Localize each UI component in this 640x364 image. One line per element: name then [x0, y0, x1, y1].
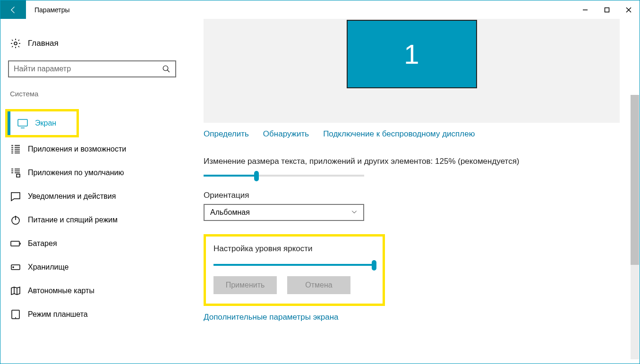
arrow-left-icon — [9, 5, 18, 15]
sidebar-item-battery[interactable]: Батарея — [0, 232, 184, 255]
sidebar-item-maps[interactable]: Автономные карты — [0, 279, 184, 303]
home-nav[interactable]: Главная — [0, 33, 184, 54]
orientation-value: Альбомная — [210, 208, 250, 217]
monitor-number: 1 — [404, 38, 419, 70]
sidebar-item-label: Питание и спящий режим — [28, 216, 118, 224]
svg-point-8 — [13, 267, 14, 268]
slider-thumb[interactable] — [372, 260, 376, 271]
highlight-annotation: Экран — [5, 109, 79, 137]
sidebar-item-label: Хранилище — [28, 263, 68, 271]
display-icon — [17, 118, 28, 129]
tablet-icon — [10, 309, 21, 320]
sidebar-item-apps[interactable]: Приложения и возможности — [0, 137, 184, 161]
sidebar-item-label: Экран — [35, 119, 56, 127]
default-apps-icon — [10, 167, 21, 178]
sidebar-item-storage[interactable]: Хранилище — [0, 255, 184, 279]
svg-point-1 — [14, 42, 17, 45]
highlight-annotation-brightness: Настройка уровня яркости Применить Отмен… — [204, 234, 385, 306]
home-label: Главная — [28, 39, 59, 48]
scrollbar-thumb[interactable] — [631, 95, 639, 265]
wireless-display-link[interactable]: Подключение к беспроводному дисплею — [323, 129, 475, 139]
sidebar-item-notifications[interactable]: Уведомления и действия — [0, 185, 184, 208]
minimize-icon — [582, 7, 588, 13]
back-button[interactable] — [0, 0, 26, 19]
detect-link[interactable]: Обнаружить — [263, 129, 309, 139]
sidebar-item-label: Режим планшета — [28, 310, 88, 319]
sidebar-item-label: Уведомления и действия — [28, 192, 116, 201]
advanced-display-link[interactable]: Дополнительные параметры экрана — [204, 313, 620, 322]
orientation-dropdown[interactable]: Альбомная — [204, 204, 364, 221]
cancel-button[interactable]: Отмена — [287, 276, 350, 294]
sidebar-item-default-apps[interactable]: Приложения по умолчанию — [0, 161, 184, 185]
search-box[interactable] — [8, 60, 176, 77]
monitor-1[interactable]: 1 — [347, 20, 477, 88]
titlebar: Параметры — [0, 0, 640, 19]
sidebar-item-label: Батарея — [28, 239, 57, 248]
brightness-slider[interactable] — [213, 264, 374, 266]
slider-thumb[interactable] — [254, 171, 259, 181]
identify-link[interactable]: Определить — [204, 129, 249, 139]
scrollbar[interactable] — [631, 95, 639, 359]
close-button[interactable] — [618, 2, 640, 17]
sidebar-item-power[interactable]: Питание и спящий режим — [0, 208, 184, 232]
svg-rect-0 — [605, 8, 609, 12]
search-input[interactable] — [14, 65, 158, 73]
sidebar-item-label: Приложения и возможности — [28, 145, 126, 153]
battery-icon — [10, 238, 21, 249]
orientation-label: Ориентация — [204, 191, 620, 200]
svg-rect-3 — [18, 119, 27, 126]
brightness-label: Настройка уровня яркости — [213, 244, 373, 254]
chevron-down-icon — [351, 209, 358, 217]
svg-rect-4 — [17, 174, 20, 177]
minimize-button[interactable] — [574, 2, 596, 17]
maximize-button[interactable] — [596, 2, 618, 17]
sidebar: Главная Система Экран Приложения и возмо… — [0, 19, 184, 364]
sidebar-item-tablet[interactable]: Режим планшета — [0, 303, 184, 326]
main-panel: 1 Определить Обнаружить Подключение к бе… — [184, 19, 640, 364]
display-links: Определить Обнаружить Подключение к бесп… — [204, 129, 620, 139]
maximize-icon — [604, 7, 610, 13]
maps-icon — [10, 285, 21, 296]
sidebar-item-label: Приложения по умолчанию — [28, 169, 124, 177]
sidebar-item-label: Автономные карты — [28, 287, 94, 295]
notifications-icon — [10, 191, 21, 202]
sidebar-item-display[interactable]: Экран — [8, 111, 77, 135]
search-icon — [162, 65, 171, 73]
scale-slider[interactable] — [204, 175, 364, 177]
apply-button[interactable]: Применить — [213, 276, 277, 294]
apps-icon — [10, 144, 21, 155]
window-title: Параметры — [26, 6, 70, 14]
power-icon — [10, 214, 21, 226]
window-controls — [574, 2, 640, 17]
svg-point-2 — [163, 66, 168, 71]
close-icon — [626, 7, 631, 13]
storage-icon — [10, 262, 21, 273]
scale-label: Изменение размера текста, приложений и д… — [204, 157, 620, 166]
section-title: Система — [0, 90, 184, 98]
gear-icon — [10, 38, 21, 49]
monitor-preview-area: 1 — [204, 19, 620, 123]
svg-rect-6 — [11, 241, 19, 246]
